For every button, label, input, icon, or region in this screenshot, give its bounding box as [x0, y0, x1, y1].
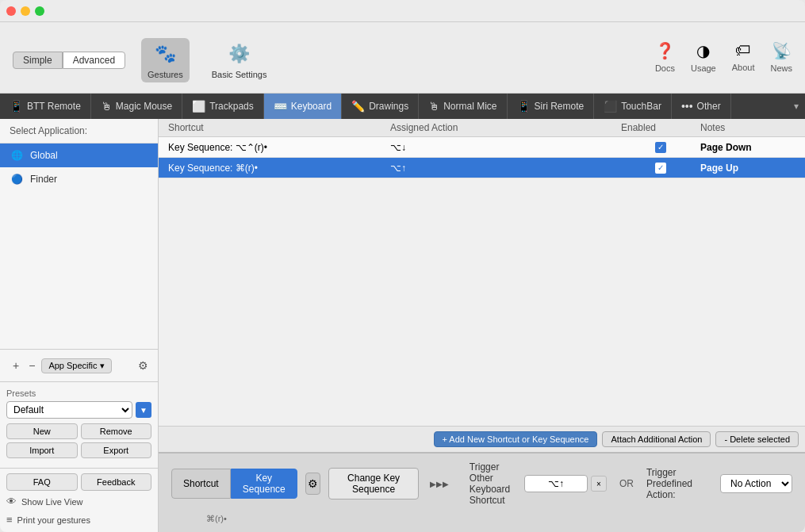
mode-buttons: Simple Advanced: [13, 52, 125, 69]
preset-new-button[interactable]: New: [6, 423, 78, 439]
about-icon: 🏷: [735, 41, 751, 59]
row1-shortcut: Key Sequence: ⌥⌃(r)•: [168, 142, 390, 153]
tab-normal-mice-label: Normal Mice: [443, 101, 496, 112]
presets-select-row: Default ▼: [6, 401, 151, 419]
news-label: News: [770, 63, 792, 73]
tab-magic-mouse[interactable]: 🖱 Magic Mouse: [91, 94, 182, 119]
presets-arrow-icon: ▼: [136, 402, 151, 418]
remove-app-button[interactable]: −: [25, 358, 38, 373]
sidebar-item-finder[interactable]: 🔵 Finder: [0, 167, 158, 191]
gestures-label: Gestures: [148, 70, 183, 79]
or-label: OR: [619, 478, 634, 489]
keyboard-icon: ⌨️: [274, 100, 287, 113]
trackpads-icon: ⬜: [192, 100, 205, 113]
docs-item[interactable]: ❓ Docs: [655, 41, 675, 73]
close-button[interactable]: [6, 6, 16, 16]
toolbar-left: Simple Advanced: [13, 52, 125, 69]
app-specific-button[interactable]: App Specific ▾: [41, 358, 111, 373]
add-shortcut-button[interactable]: + Add New Shortcut or Key Sequence: [434, 431, 598, 447]
tab-touchbar[interactable]: ⬛ TouchBar: [594, 94, 672, 119]
simple-mode-button[interactable]: Simple: [13, 52, 63, 69]
row1-checkbox[interactable]: ✓: [655, 142, 666, 153]
sidebar-item-global-label: Global: [30, 150, 58, 161]
content-area: Shortcut Assigned Action Enabled Notes K…: [159, 119, 805, 532]
tab-drawings[interactable]: ✏️ Drawings: [342, 94, 419, 119]
trigger-predefined-label: Trigger Predefined Action:: [646, 467, 715, 500]
normal-mice-icon: 🖱: [428, 100, 439, 113]
advanced-mode-button[interactable]: Advanced: [63, 52, 125, 69]
show-live-view-item[interactable]: 👁 Show Live View: [6, 494, 151, 509]
sidebar-header: Select Application:: [0, 119, 158, 144]
basic-settings-toolbar-item[interactable]: ⚙️ Basic Settings: [205, 38, 274, 82]
tab-siri-remote-label: Siri Remote: [535, 101, 585, 112]
minimize-button[interactable]: [21, 6, 30, 16]
editor-top-row: Shortcut Key Sequence ⚙ Change Key Seque…: [171, 461, 792, 506]
traffic-lights: [6, 6, 44, 16]
finder-icon: 🔵: [10, 172, 24, 186]
change-sequence-button[interactable]: Change Key Sequence: [328, 468, 419, 499]
toolbar-icons: 🐾 Gestures ⚙️ Basic Settings: [141, 38, 273, 82]
sidebar-link-row-1: FAQ Feedback: [6, 473, 151, 491]
print-gestures-label: Print your gestures: [17, 515, 90, 525]
tab-other-label: Other: [697, 101, 721, 112]
tab-siri-remote[interactable]: 📱 Siri Remote: [508, 94, 595, 119]
about-item[interactable]: 🏷 About: [732, 41, 755, 72]
tab-btt-remote-label: BTT Remote: [27, 101, 81, 112]
print-gestures-item[interactable]: ≡ Print your gestures: [6, 512, 151, 527]
global-icon: 🌐: [10, 148, 24, 163]
bottom-bar: + Add New Shortcut or Key Sequence Attac…: [159, 426, 805, 452]
tab-keyboard-label: Keyboard: [291, 101, 332, 112]
other-icon: •••: [681, 100, 693, 113]
key-sequence-toggle-button[interactable]: Key Sequence: [231, 469, 297, 499]
toolbar: Simple Advanced 🐾 Gestures ⚙️ Basic Sett…: [0, 22, 805, 94]
sidebar-item-finder-label: Finder: [30, 174, 57, 185]
toolbar-right: ❓ Docs ◑ Usage 🏷 About 📡 News: [655, 41, 792, 79]
presets-select[interactable]: Default: [6, 401, 132, 419]
feedback-button[interactable]: Feedback: [81, 473, 152, 491]
print-icon: ≡: [6, 514, 13, 526]
tab-btt-remote[interactable]: 📱 BTT Remote: [0, 94, 91, 119]
tab-trackpads[interactable]: ⬜ Trackpads: [182, 94, 264, 119]
preset-import-button[interactable]: Import: [6, 442, 78, 458]
live-view-icon: 👁: [6, 496, 17, 507]
tab-touchbar-label: TouchBar: [621, 101, 661, 112]
trigger-clear-button[interactable]: ×: [591, 476, 607, 492]
btt-remote-icon: 📱: [10, 100, 23, 113]
sidebar-links: FAQ Feedback 👁 Show Live View ≡ Print yo…: [0, 468, 158, 532]
shortcut-toggle-button[interactable]: Shortcut: [171, 469, 231, 499]
usage-item[interactable]: ◑ Usage: [691, 41, 716, 73]
tab-keyboard[interactable]: ⌨️ Keyboard: [264, 94, 342, 119]
docs-label: Docs: [655, 63, 675, 73]
sidebar-item-global[interactable]: 🌐 Global: [0, 144, 158, 167]
row2-checkbox[interactable]: ✓: [655, 163, 666, 174]
magic-mouse-icon: 🖱: [101, 100, 112, 113]
docs-icon: ❓: [655, 41, 675, 60]
trigger-predefined-select[interactable]: No Action: [720, 474, 792, 493]
row2-notes: Page Up: [700, 163, 795, 174]
main-content: Select Application: 🌐 Global 🔵 Finder + …: [0, 119, 805, 532]
table-row[interactable]: Key Sequence: ⌘(r)• ⌥↑ ✓ Page Up: [159, 158, 805, 178]
delete-selected-button[interactable]: - Delete selected: [715, 431, 799, 447]
sidebar-gear-button[interactable]: ⚙: [138, 359, 148, 372]
news-item[interactable]: 📡 News: [770, 41, 792, 73]
touchbar-icon: ⬛: [604, 100, 617, 113]
table-header: Shortcut Assigned Action Enabled Notes: [159, 119, 805, 137]
faq-button[interactable]: FAQ: [6, 473, 78, 491]
table-row[interactable]: Key Sequence: ⌥⌃(r)• ⌥↓ ✓ Page Down: [159, 137, 805, 158]
attach-action-button[interactable]: Attach Additional Action: [602, 431, 711, 447]
tab-other[interactable]: ••• Other: [672, 94, 731, 119]
tab-magic-mouse-label: Magic Mouse: [116, 101, 172, 112]
preset-export-button[interactable]: Export: [81, 442, 152, 458]
trigger-keyboard-input[interactable]: [524, 475, 588, 492]
gestures-toolbar-item[interactable]: 🐾 Gestures: [141, 38, 190, 82]
preset-remove-button[interactable]: Remove: [81, 423, 152, 439]
add-app-button[interactable]: +: [10, 358, 22, 373]
maximize-button[interactable]: [35, 6, 44, 16]
col-enabled: Enabled: [621, 122, 700, 133]
basic-settings-label: Basic Settings: [212, 70, 267, 79]
tabs-filter-icon[interactable]: ▾: [788, 94, 805, 119]
tab-normal-mice[interactable]: 🖱 Normal Mice: [419, 94, 507, 119]
row1-action: ⌥↓: [390, 142, 621, 153]
about-label: About: [732, 63, 755, 72]
editor-gear-button[interactable]: ⚙: [305, 473, 321, 495]
